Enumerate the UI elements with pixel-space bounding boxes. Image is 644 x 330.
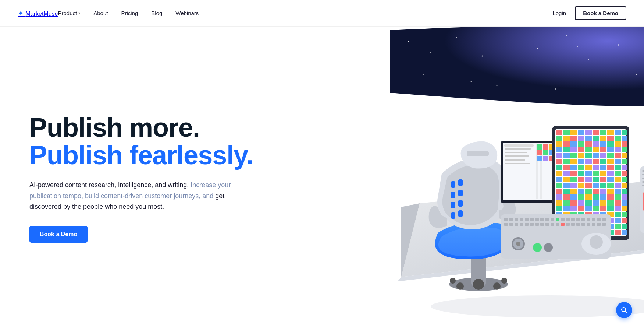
svg-rect-110: [570, 147, 577, 152]
svg-rect-132: [585, 159, 592, 164]
svg-point-310: [513, 239, 523, 249]
svg-rect-138: [556, 165, 562, 170]
hero-desc-static: AI-powered content research, intelligenc…: [29, 181, 189, 189]
svg-rect-165: [607, 177, 614, 182]
svg-point-9: [636, 74, 637, 75]
svg-rect-207: [622, 200, 627, 206]
chevron-down-icon: ▾: [78, 11, 80, 15]
svg-rect-103: [593, 141, 599, 147]
svg-rect-156: [615, 171, 621, 176]
svg-rect-120: [570, 153, 577, 158]
svg-rect-139: [563, 165, 570, 170]
svg-rect-259: [642, 170, 644, 172]
svg-rect-168: [556, 183, 562, 188]
svg-point-17: [497, 85, 498, 86]
login-button[interactable]: Login: [552, 10, 566, 16]
svg-rect-243: [593, 224, 599, 229]
svg-rect-73: [579, 156, 584, 161]
svg-rect-59: [555, 150, 560, 155]
svg-rect-51: [567, 144, 572, 150]
svg-rect-173: [593, 183, 599, 188]
svg-rect-55: [590, 144, 595, 150]
svg-rect-273: [525, 218, 529, 221]
svg-rect-167: [622, 177, 627, 182]
svg-rect-188: [556, 194, 562, 200]
svg-rect-56: [537, 150, 542, 155]
svg-rect-288: [602, 218, 606, 221]
book-demo-hero-button[interactable]: Book a Demo: [29, 226, 88, 243]
nav-item-about[interactable]: About: [93, 10, 108, 16]
svg-point-314: [581, 233, 611, 255]
svg-rect-189: [563, 194, 570, 200]
nav-item-product[interactable]: Product ▾: [58, 10, 80, 16]
svg-rect-142: [585, 165, 592, 170]
logo[interactable]: ✦ MarketMuse: [18, 9, 58, 18]
svg-rect-211: [578, 206, 584, 211]
svg-rect-23: [451, 192, 455, 198]
svg-rect-127: [622, 153, 627, 158]
svg-rect-163: [593, 177, 599, 182]
svg-rect-157: [622, 171, 627, 176]
svg-rect-137: [622, 159, 627, 164]
svg-rect-105: [607, 141, 614, 147]
svg-rect-80: [570, 130, 577, 135]
svg-rect-111: [578, 147, 584, 152]
logo-text: MarketMuse: [25, 11, 58, 17]
svg-rect-214: [600, 206, 606, 211]
nav-item-webinars[interactable]: Webinars: [175, 10, 199, 16]
svg-rect-84: [600, 130, 606, 135]
svg-rect-176: [615, 183, 621, 188]
svg-rect-26: [458, 179, 463, 186]
nav-item-blog[interactable]: Blog: [151, 10, 162, 16]
svg-rect-229: [563, 218, 570, 223]
svg-rect-248: [556, 230, 562, 235]
svg-rect-109: [563, 147, 570, 152]
svg-rect-169: [563, 183, 570, 188]
svg-rect-263: [642, 185, 644, 186]
svg-rect-300: [561, 223, 565, 226]
svg-point-4: [508, 43, 508, 43]
svg-rect-251: [578, 230, 584, 235]
svg-rect-289: [504, 223, 508, 226]
book-demo-nav-button[interactable]: Book a Demo: [575, 6, 626, 20]
svg-rect-68: [549, 156, 554, 161]
svg-point-34: [450, 278, 456, 284]
svg-rect-294: [530, 223, 534, 226]
svg-rect-260: [642, 174, 644, 175]
svg-rect-235: [607, 218, 614, 223]
svg-rect-247: [622, 224, 627, 229]
hero-illustration: [317, 27, 644, 330]
svg-rect-223: [593, 212, 599, 217]
svg-rect-154: [600, 171, 606, 176]
svg-rect-175: [607, 183, 614, 188]
svg-rect-297: [545, 223, 549, 226]
svg-rect-29: [458, 210, 463, 217]
svg-rect-230: [570, 218, 577, 223]
svg-rect-136: [615, 159, 621, 164]
svg-rect-278: [551, 218, 554, 221]
logo-icon: ✦: [18, 9, 24, 17]
svg-rect-274: [530, 218, 534, 221]
svg-rect-106: [615, 141, 621, 147]
svg-rect-53: [579, 144, 584, 150]
svg-point-18: [577, 46, 578, 47]
svg-rect-256: [615, 230, 621, 235]
svg-rect-151: [578, 171, 584, 176]
search-fab-button[interactable]: [616, 302, 632, 318]
svg-rect-144: [600, 165, 606, 170]
svg-rect-178: [556, 189, 562, 194]
svg-rect-302: [571, 223, 575, 226]
svg-rect-286: [592, 218, 595, 221]
svg-rect-272: [520, 218, 523, 221]
svg-rect-160: [570, 177, 577, 182]
svg-rect-308: [602, 223, 606, 226]
svg-rect-78: [556, 130, 562, 135]
svg-rect-201: [578, 200, 584, 206]
svg-point-11: [471, 81, 472, 82]
svg-rect-195: [607, 194, 614, 200]
svg-rect-212: [585, 206, 592, 211]
svg-rect-183: [593, 189, 599, 194]
nav-item-pricing[interactable]: Pricing: [121, 10, 138, 16]
svg-rect-202: [585, 200, 592, 206]
svg-rect-118: [556, 153, 562, 158]
